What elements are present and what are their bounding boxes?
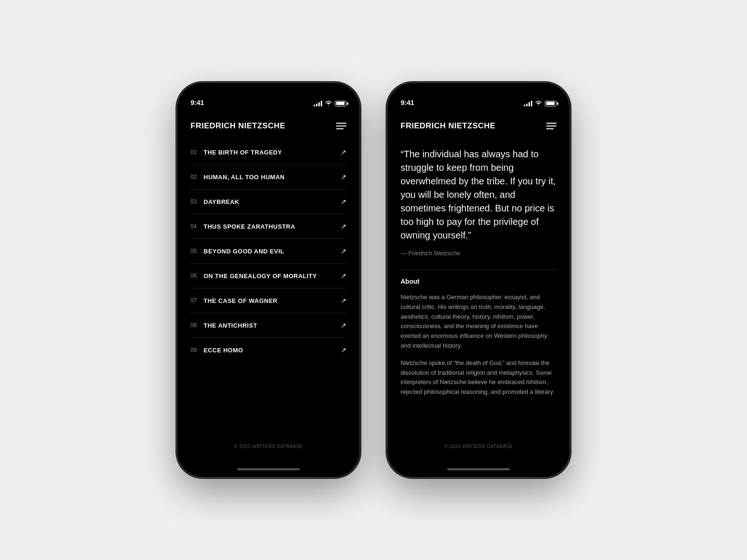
book-title: BEYOND GOOD AND EVIL — [204, 248, 341, 255]
about-text-2: Nietzsche spoke of “the death of God,” a… — [401, 358, 557, 397]
battery-icon-right — [545, 101, 557, 106]
book-title: DAYBREAK — [204, 198, 341, 205]
about-label: About — [401, 278, 557, 285]
arrow-icon: ↗ — [341, 247, 346, 255]
book-number: 07 — [190, 297, 204, 304]
arrow-icon: ↗ — [341, 223, 346, 230]
status-time-left: 9:41 — [190, 98, 204, 106]
menu-icon-right[interactable] — [546, 123, 557, 129]
detail-content: “The individual has always had to strugg… — [388, 140, 570, 434]
dynamic-island — [240, 89, 296, 105]
book-item-6[interactable]: 06 ON THE GENEALOGY OF MORALITY ↗ — [190, 264, 346, 288]
book-item-2[interactable]: 02 HUMAN, ALL TOO HUMAN ↗ — [190, 165, 346, 189]
footer-text-right: © 2023 WRITERS DATABASE — [444, 444, 513, 449]
app-title-left: FRIEDRICH NIETZSCHE — [190, 121, 285, 131]
wifi-icon-right — [535, 100, 542, 106]
book-title: HUMAN, ALL TOO HUMAN — [204, 174, 341, 181]
status-time-right: 9:41 — [401, 98, 414, 106]
quote-block: “The individual has always had to strugg… — [401, 140, 557, 268]
right-screen: FRIEDRICH NIETZSCHE “The individual has … — [388, 110, 570, 461]
book-number: 02 — [190, 174, 204, 180]
book-title: ECCE HOMO — [204, 347, 341, 354]
quote-author: — Friedrich Nietzsche — [401, 250, 557, 257]
book-number: 04 — [190, 223, 204, 230]
app-header-right: FRIEDRICH NIETZSCHE — [388, 110, 570, 140]
arrow-icon: ↗ — [341, 322, 346, 329]
book-number: 09 — [190, 347, 204, 353]
arrow-icon: ↗ — [341, 173, 346, 181]
book-item-8[interactable]: 08 THE ANTICHRIST ↗ — [190, 313, 346, 338]
app-header-left: FRIEDRICH NIETZSCHE — [177, 110, 359, 140]
app-footer-left: © 2023 WRITERS DATABASE — [177, 434, 359, 461]
book-item-4[interactable]: 04 THUS SPOKE ZARATHUSTRA ↗ — [190, 214, 346, 239]
svg-point-1 — [538, 105, 539, 106]
wifi-icon — [325, 100, 332, 106]
book-number: 03 — [190, 198, 204, 205]
book-title: ON THE GENEALOGY OF MORALITY — [204, 273, 341, 280]
arrow-icon: ↗ — [341, 198, 346, 205]
arrow-icon: ↗ — [341, 346, 346, 354]
scene: 9:41 — [0, 0, 747, 560]
home-indicator-right — [388, 461, 570, 477]
status-icons-left — [314, 100, 346, 106]
battery-icon — [335, 101, 346, 106]
right-phone: 9:41 FRIED — [388, 83, 570, 477]
signal-icon-right — [524, 101, 532, 106]
book-list: 01 THE BIRTH OF TRAGEDY ↗ 02 HUMAN, ALL … — [177, 140, 359, 434]
dynamic-island-right — [451, 89, 507, 105]
arrow-icon: ↗ — [341, 272, 346, 280]
book-item-9[interactable]: 09 ECCE HOMO ↗ — [190, 338, 346, 362]
left-screen: FRIEDRICH NIETZSCHE 01 THE BIRTH OF TRAG… — [177, 110, 359, 461]
book-number: 01 — [190, 149, 204, 155]
footer-text-left: © 2023 WRITERS DATABASE — [234, 444, 303, 449]
signal-icon — [314, 101, 322, 106]
book-title: THE CASE OF WAGNER — [204, 297, 341, 304]
about-text-1: Nietzsche was a German philosopher, essa… — [401, 293, 557, 351]
book-item-5[interactable]: 05 BEYOND GOOD AND EVIL ↗ — [190, 239, 346, 264]
section-divider — [401, 270, 557, 270]
app-footer-right: © 2023 WRITERS DATABASE — [388, 434, 570, 461]
quote-text: “The individual has always had to strugg… — [401, 147, 557, 242]
home-indicator-left — [177, 461, 359, 477]
book-item-3[interactable]: 03 DAYBREAK ↗ — [190, 189, 346, 214]
book-number: 06 — [190, 273, 204, 279]
arrow-icon: ↗ — [341, 148, 346, 156]
book-number: 08 — [190, 322, 204, 329]
book-title: THUS SPOKE ZARATHUSTRA — [204, 223, 341, 230]
svg-point-0 — [328, 105, 329, 106]
app-title-right: FRIEDRICH NIETZSCHE — [401, 121, 495, 131]
book-title: THE ANTICHRIST — [204, 322, 341, 329]
left-phone: 9:41 — [177, 83, 359, 477]
book-number: 05 — [190, 248, 204, 254]
status-icons-right — [524, 100, 557, 106]
book-title: THE BIRTH OF TRAGEDY — [204, 149, 341, 156]
book-item-7[interactable]: 07 THE CASE OF WAGNER ↗ — [190, 288, 346, 313]
arrow-icon: ↗ — [341, 297, 346, 304]
book-item-1[interactable]: 01 THE BIRTH OF TRAGEDY ↗ — [190, 140, 346, 165]
menu-icon-left[interactable] — [336, 123, 346, 129]
